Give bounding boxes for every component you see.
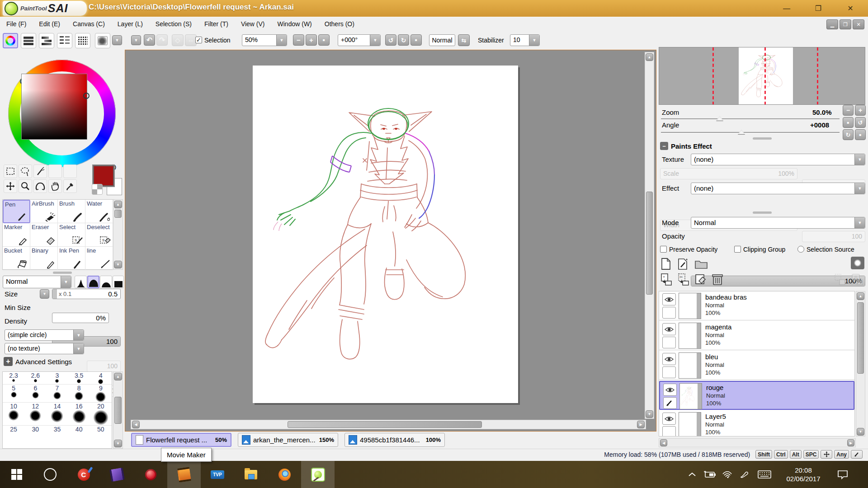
layer-thumbnail[interactable] (679, 412, 701, 436)
scroll-down-icon[interactable]: ▼ (857, 428, 864, 436)
scrollbar-thumb[interactable] (114, 397, 122, 424)
tool-ink-pen[interactable]: Ink Pen (58, 247, 85, 270)
scroll-right-icon[interactable]: ▶ (637, 421, 645, 428)
scrollbar-thumb[interactable] (857, 302, 864, 374)
brush-shape-combo[interactable]: (simple circle)▼ (5, 329, 84, 341)
brush-size-item[interactable]: 9 (90, 385, 112, 402)
chevron-down-icon[interactable]: ▼ (73, 343, 84, 354)
primary-color-swatch[interactable] (93, 165, 114, 186)
visibility-toggle[interactable] (662, 293, 676, 305)
brush-size-item[interactable]: 30 (24, 426, 46, 433)
brush-texture-combo[interactable]: (no texture)▼ (5, 343, 84, 354)
brush-size-item[interactable]: 7 (46, 385, 68, 402)
menu-filter[interactable]: Filter (T) (198, 17, 235, 31)
scrollbar-thumb[interactable] (288, 421, 482, 428)
transfer-down-button[interactable]: + (660, 273, 673, 286)
layer-mode-combo[interactable]: Normal▼ (691, 217, 865, 229)
any-device-button[interactable]: Any (834, 450, 849, 459)
undo-button[interactable]: ↶ (144, 34, 155, 46)
navigator[interactable] (659, 47, 865, 105)
move-tool[interactable] (4, 179, 17, 193)
alt-key-button[interactable]: Alt (790, 450, 802, 459)
brush-edge-soft-button[interactable] (87, 276, 99, 288)
size-unit-button[interactable]: ▼ (40, 289, 49, 299)
scratchpad-button[interactable] (95, 33, 110, 48)
rotate-reset-button[interactable]: ■ (410, 34, 422, 46)
nav-zoom-slider[interactable] (661, 118, 840, 120)
visibility-toggle[interactable] (663, 384, 677, 396)
canvas-page[interactable] (253, 66, 518, 403)
new-layer-button[interactable] (660, 258, 672, 270)
fg-bg-toggle-button[interactable] (92, 184, 103, 195)
layer-row-bandeau-bras[interactable]: bandeau bras Normal 100% (659, 291, 854, 320)
rgb-slider-button[interactable] (21, 33, 36, 48)
chevron-down-icon[interactable]: ▼ (529, 35, 539, 46)
tool-water[interactable]: Water (85, 200, 113, 223)
selection-source-radio[interactable] (797, 246, 804, 253)
rotate-cw-button[interactable]: ↻ (398, 34, 409, 46)
movie-maker-taskbar-icon[interactable] (167, 461, 201, 488)
scrollbar-thumb[interactable] (114, 210, 122, 218)
visibility-toggle[interactable] (662, 413, 676, 425)
chevron-down-icon[interactable]: ▼ (854, 217, 865, 228)
tool-select[interactable]: SelectS (58, 223, 85, 247)
action-center-button[interactable] (837, 461, 848, 488)
scroll-up-icon[interactable]: ▲ (114, 201, 122, 208)
nav-rotate-ccw-button[interactable]: ↺ (855, 117, 866, 128)
chevron-down-icon[interactable]: ▼ (73, 330, 84, 340)
menu-selection[interactable]: Selection (S) (149, 17, 198, 31)
new-folder-button[interactable] (694, 258, 708, 269)
brush-edge-flat-button[interactable] (100, 276, 112, 288)
menu-file[interactable]: File (F) (0, 17, 33, 31)
nav-zoom-reset-button[interactable]: ■ (843, 117, 854, 128)
size-grid-scrollbar[interactable]: ▲ ▼ (113, 371, 123, 449)
layer-extra-slot[interactable] (662, 426, 676, 436)
chevron-down-icon[interactable]: ▼ (854, 154, 865, 165)
file-explorer-taskbar-icon[interactable] (234, 461, 268, 488)
zoom-in-button[interactable]: + (306, 34, 317, 46)
size-slider[interactable]: x 0.1 0.5 (52, 289, 121, 299)
brush-edge-hard-button[interactable] (75, 276, 87, 288)
painttool-sai-taskbar-icon[interactable] (301, 461, 335, 488)
sv-marker[interactable] (83, 93, 90, 99)
tool-eraser[interactable]: Eraser (30, 223, 58, 247)
scroll-right-icon[interactable]: ▶ (847, 439, 854, 446)
brush-size-item[interactable]: 4 (90, 372, 112, 384)
panel-splitter[interactable] (656, 137, 868, 140)
magic-wand-tool[interactable] (33, 164, 47, 178)
firefox-taskbar-icon[interactable] (268, 461, 301, 488)
layer-thumbnail[interactable] (679, 323, 701, 349)
nav-zoom-in-button[interactable]: + (855, 105, 866, 116)
menu-layer[interactable]: Layer (L) (111, 17, 149, 31)
scrollbar-thumb[interactable] (646, 192, 653, 295)
color-wheel-button[interactable] (3, 33, 18, 48)
brush-size-item[interactable]: 16 (68, 403, 90, 425)
doc-maximize-icon[interactable]: ❐ (840, 19, 851, 29)
wifi-tray-icon[interactable] (722, 461, 732, 488)
menu-view[interactable]: View (V) (235, 17, 271, 31)
canvas-h-scrollbar[interactable]: ◀ ▶ (131, 420, 646, 429)
layer-mask-button[interactable] (851, 257, 864, 269)
start-button[interactable] (0, 461, 33, 488)
rect-select-tool[interactable] (4, 164, 17, 178)
doc-tab-arkan[interactable]: arkan_the_mercen... 150% (238, 433, 338, 447)
pan-mode-button[interactable] (821, 450, 832, 459)
layer-extra-slot[interactable] (662, 366, 676, 378)
layer-thumbnail[interactable] (679, 293, 701, 319)
menu-edit[interactable]: Edit (E) (33, 17, 66, 31)
brush-size-item[interactable]: 40 (68, 426, 90, 433)
nav-angle-slider-handle[interactable] (738, 129, 745, 134)
scroll-down-icon[interactable]: ▼ (114, 440, 122, 447)
doc-tab-49585[interactable]: 49585cb1f381446... 100% (344, 433, 445, 447)
video-editor-taskbar-icon[interactable] (100, 461, 134, 488)
visibility-toggle[interactable] (662, 323, 676, 335)
brush-blend-combo[interactable]: Normal▼ (3, 276, 71, 288)
touch-keyboard-tray-icon[interactable] (758, 461, 771, 488)
tool-line[interactable]: line (85, 247, 113, 270)
chevron-down-icon[interactable]: ▼ (370, 35, 380, 46)
layer-row-magenta[interactable]: magenta Normal 100% (659, 321, 854, 350)
scroll-up-icon[interactable]: ▲ (646, 53, 653, 61)
angle-combo[interactable]: +000°▼ (338, 34, 381, 46)
clear-layer-button[interactable] (694, 273, 707, 286)
doc-minimize-icon[interactable]: ▁ (826, 19, 838, 29)
